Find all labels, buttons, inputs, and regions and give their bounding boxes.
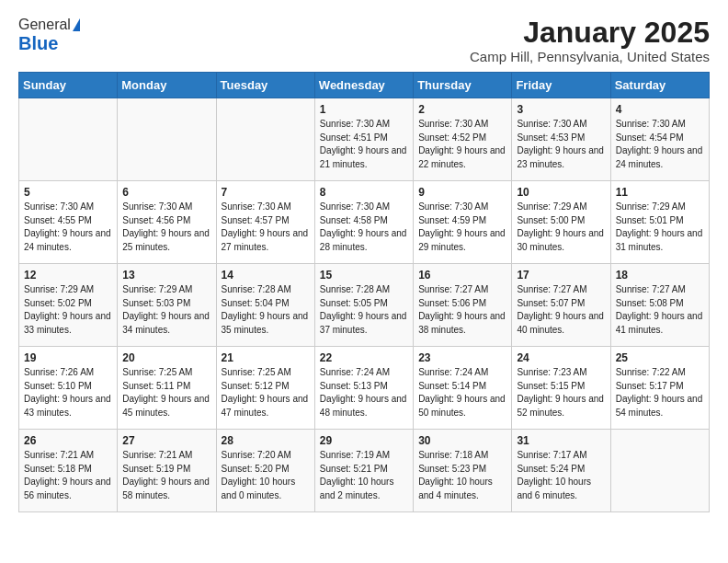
day-info: Sunrise: 7:18 AM Sunset: 5:23 PM Dayligh…: [418, 449, 506, 502]
day-number: 29: [320, 434, 408, 447]
calendar-cell: 20Sunrise: 7:25 AM Sunset: 5:11 PM Dayli…: [118, 347, 216, 430]
day-number: 9: [418, 186, 506, 199]
calendar-cell: 24Sunrise: 7:23 AM Sunset: 5:15 PM Dayli…: [512, 347, 610, 430]
day-number: 23: [418, 351, 506, 364]
calendar-cell: 6Sunrise: 7:30 AM Sunset: 4:56 PM Daylig…: [118, 181, 216, 264]
calendar-cell: 7Sunrise: 7:30 AM Sunset: 4:57 PM Daylig…: [216, 181, 314, 264]
calendar-cell: 8Sunrise: 7:30 AM Sunset: 4:58 PM Daylig…: [314, 181, 413, 264]
calendar-cell: [118, 98, 216, 181]
day-number: 28: [222, 434, 310, 447]
logo-general-text: General: [18, 17, 71, 33]
day-number: 30: [418, 434, 506, 447]
day-number: 27: [122, 434, 210, 447]
weekday-header: Saturday: [610, 73, 709, 98]
day-info: Sunrise: 7:27 AM Sunset: 5:08 PM Dayligh…: [616, 283, 704, 337]
calendar-cell: 15Sunrise: 7:28 AM Sunset: 5:05 PM Dayli…: [314, 264, 413, 347]
calendar-cell: 25Sunrise: 7:22 AM Sunset: 5:17 PM Dayli…: [610, 347, 709, 430]
day-info: Sunrise: 7:25 AM Sunset: 5:11 PM Dayligh…: [122, 366, 210, 419]
day-number: 25: [616, 351, 704, 364]
calendar-cell: 2Sunrise: 7:30 AM Sunset: 4:52 PM Daylig…: [414, 98, 512, 181]
calendar-title: January 2025: [470, 17, 710, 49]
calendar-week-row: 1Sunrise: 7:30 AM Sunset: 4:51 PM Daylig…: [19, 98, 710, 181]
calendar-week-row: 26Sunrise: 7:21 AM Sunset: 5:18 PM Dayli…: [19, 430, 710, 512]
day-info: Sunrise: 7:30 AM Sunset: 4:53 PM Dayligh…: [517, 118, 605, 171]
day-number: 18: [616, 269, 704, 282]
day-number: 13: [122, 269, 210, 282]
day-number: 7: [222, 186, 310, 199]
day-info: Sunrise: 7:26 AM Sunset: 5:10 PM Dayligh…: [24, 366, 112, 419]
calendar-cell: 3Sunrise: 7:30 AM Sunset: 4:53 PM Daylig…: [512, 98, 610, 181]
day-number: 20: [122, 351, 210, 364]
calendar-table: SundayMondayTuesdayWednesdayThursdayFrid…: [18, 72, 710, 512]
day-number: 16: [418, 269, 506, 282]
day-info: Sunrise: 7:22 AM Sunset: 5:17 PM Dayligh…: [616, 366, 704, 419]
day-number: 6: [122, 186, 210, 199]
calendar-cell: 21Sunrise: 7:25 AM Sunset: 5:12 PM Dayli…: [216, 347, 314, 430]
calendar-cell: [216, 98, 314, 181]
calendar-week-row: 19Sunrise: 7:26 AM Sunset: 5:10 PM Dayli…: [19, 347, 710, 430]
day-number: 8: [320, 186, 408, 199]
calendar-cell: 1Sunrise: 7:30 AM Sunset: 4:51 PM Daylig…: [314, 98, 413, 181]
calendar-cell: 5Sunrise: 7:30 AM Sunset: 4:55 PM Daylig…: [19, 181, 118, 264]
day-info: Sunrise: 7:19 AM Sunset: 5:21 PM Dayligh…: [320, 449, 408, 502]
weekday-row: SundayMondayTuesdayWednesdayThursdayFrid…: [19, 73, 710, 98]
calendar-cell: 27Sunrise: 7:21 AM Sunset: 5:19 PM Dayli…: [118, 430, 216, 512]
day-info: Sunrise: 7:30 AM Sunset: 4:54 PM Dayligh…: [616, 118, 704, 171]
calendar-cell: 19Sunrise: 7:26 AM Sunset: 5:10 PM Dayli…: [19, 347, 118, 430]
day-number: 22: [320, 351, 408, 364]
day-info: Sunrise: 7:29 AM Sunset: 5:02 PM Dayligh…: [24, 283, 112, 337]
logo-blue-text: Blue: [18, 33, 58, 54]
calendar-cell: 17Sunrise: 7:27 AM Sunset: 5:07 PM Dayli…: [512, 264, 610, 347]
calendar-cell: 10Sunrise: 7:29 AM Sunset: 5:00 PM Dayli…: [512, 181, 610, 264]
logo: General Blue: [18, 17, 80, 54]
day-number: 26: [24, 434, 112, 447]
day-info: Sunrise: 7:28 AM Sunset: 5:05 PM Dayligh…: [320, 283, 408, 337]
calendar-cell: 14Sunrise: 7:28 AM Sunset: 5:04 PM Dayli…: [216, 264, 314, 347]
day-number: 12: [24, 269, 112, 282]
day-info: Sunrise: 7:29 AM Sunset: 5:03 PM Dayligh…: [122, 283, 210, 337]
day-info: Sunrise: 7:21 AM Sunset: 5:19 PM Dayligh…: [122, 449, 210, 502]
weekday-header: Tuesday: [216, 73, 314, 98]
calendar-cell: [19, 98, 118, 181]
day-number: 3: [517, 103, 605, 116]
calendar-cell: 31Sunrise: 7:17 AM Sunset: 5:24 PM Dayli…: [512, 430, 610, 512]
calendar-subtitle: Camp Hill, Pennsylvania, United States: [470, 49, 710, 64]
day-info: Sunrise: 7:30 AM Sunset: 4:57 PM Dayligh…: [222, 201, 310, 254]
calendar-cell: 4Sunrise: 7:30 AM Sunset: 4:54 PM Daylig…: [610, 98, 709, 181]
day-info: Sunrise: 7:30 AM Sunset: 4:58 PM Dayligh…: [320, 201, 408, 254]
header: General Blue January 2025 Camp Hill, Pen…: [18, 17, 710, 64]
weekday-header: Wednesday: [314, 73, 413, 98]
day-info: Sunrise: 7:29 AM Sunset: 5:00 PM Dayligh…: [517, 201, 605, 254]
calendar-body: 1Sunrise: 7:30 AM Sunset: 4:51 PM Daylig…: [19, 98, 710, 512]
calendar-cell: 28Sunrise: 7:20 AM Sunset: 5:20 PM Dayli…: [216, 430, 314, 512]
calendar-page: General Blue January 2025 Camp Hill, Pen…: [0, 0, 728, 529]
logo-triangle-icon: [73, 18, 80, 31]
day-info: Sunrise: 7:17 AM Sunset: 5:24 PM Dayligh…: [517, 449, 605, 502]
title-block: January 2025 Camp Hill, Pennsylvania, Un…: [470, 17, 710, 64]
day-number: 10: [517, 186, 605, 199]
calendar-cell: 30Sunrise: 7:18 AM Sunset: 5:23 PM Dayli…: [414, 430, 512, 512]
day-info: Sunrise: 7:30 AM Sunset: 4:52 PM Dayligh…: [418, 118, 506, 171]
day-info: Sunrise: 7:30 AM Sunset: 4:56 PM Dayligh…: [122, 201, 210, 254]
day-number: 2: [418, 103, 506, 116]
day-number: 1: [320, 103, 408, 116]
day-number: 5: [24, 186, 112, 199]
calendar-header: SundayMondayTuesdayWednesdayThursdayFrid…: [19, 73, 710, 98]
calendar-week-row: 5Sunrise: 7:30 AM Sunset: 4:55 PM Daylig…: [19, 181, 710, 264]
day-info: Sunrise: 7:23 AM Sunset: 5:15 PM Dayligh…: [517, 366, 605, 419]
day-number: 24: [517, 351, 605, 364]
day-info: Sunrise: 7:25 AM Sunset: 5:12 PM Dayligh…: [222, 366, 310, 419]
day-info: Sunrise: 7:27 AM Sunset: 5:06 PM Dayligh…: [418, 283, 506, 337]
day-info: Sunrise: 7:27 AM Sunset: 5:07 PM Dayligh…: [517, 283, 605, 337]
weekday-header: Monday: [118, 73, 216, 98]
day-info: Sunrise: 7:28 AM Sunset: 5:04 PM Dayligh…: [222, 283, 310, 337]
weekday-header: Friday: [512, 73, 610, 98]
calendar-cell: 11Sunrise: 7:29 AM Sunset: 5:01 PM Dayli…: [610, 181, 709, 264]
calendar-cell: 9Sunrise: 7:30 AM Sunset: 4:59 PM Daylig…: [414, 181, 512, 264]
calendar-cell: 23Sunrise: 7:24 AM Sunset: 5:14 PM Dayli…: [414, 347, 512, 430]
calendar-cell: 13Sunrise: 7:29 AM Sunset: 5:03 PM Dayli…: [118, 264, 216, 347]
day-info: Sunrise: 7:24 AM Sunset: 5:13 PM Dayligh…: [320, 366, 408, 419]
day-number: 11: [616, 186, 704, 199]
calendar-cell: 16Sunrise: 7:27 AM Sunset: 5:06 PM Dayli…: [414, 264, 512, 347]
day-info: Sunrise: 7:24 AM Sunset: 5:14 PM Dayligh…: [418, 366, 506, 419]
